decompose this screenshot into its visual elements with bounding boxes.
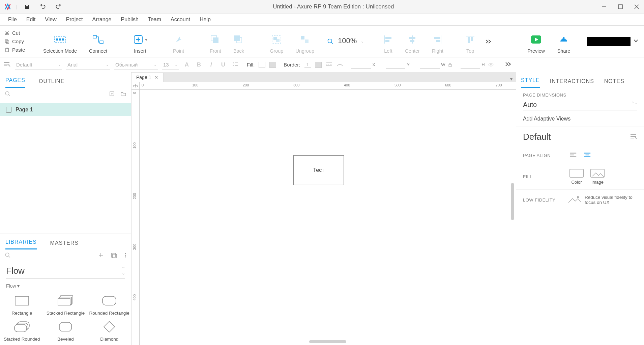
tab-dropdown-icon[interactable]: ▾ xyxy=(507,76,516,82)
align-left-option[interactable] xyxy=(569,152,577,159)
add-folder-icon[interactable] xyxy=(120,91,126,98)
weight-selector[interactable]: Обычный⌄ xyxy=(114,60,158,70)
preview-button[interactable]: Preview xyxy=(521,26,551,57)
tab-libraries[interactable]: LIBRARIES xyxy=(5,239,37,249)
ruler-vertical[interactable]: 0 100 200 300 400 xyxy=(131,90,140,345)
font-selector[interactable]: Arial⌄ xyxy=(66,60,110,70)
menu-edit[interactable]: Edit xyxy=(22,15,40,25)
group-button[interactable]: Group xyxy=(264,26,289,57)
style-selector[interactable]: Default⌄ xyxy=(15,60,62,70)
insert-button[interactable]: ▾ Insert xyxy=(127,26,153,57)
add-adaptive-views-link[interactable]: Add Adaptive Views xyxy=(523,116,570,122)
paste-button[interactable]: Paste xyxy=(0,46,37,54)
w-field[interactable]: W xyxy=(420,61,452,69)
minimize-button[interactable] xyxy=(601,3,608,10)
tab-style[interactable]: STYLE xyxy=(521,77,540,88)
bold-button[interactable]: B xyxy=(195,61,203,68)
border-width-value[interactable]: 1 xyxy=(304,62,311,68)
zoom-caret-icon[interactable]: ⌄ xyxy=(361,39,364,44)
front-button[interactable]: Front xyxy=(204,26,227,57)
undo-icon[interactable] xyxy=(38,2,47,11)
align-center-option[interactable] xyxy=(584,152,591,159)
italic-button[interactable]: I xyxy=(207,61,215,68)
account-badge[interactable] xyxy=(587,37,631,46)
shape-rounded-rectangle[interactable]: Rounded Rectangle xyxy=(89,294,130,316)
page-item[interactable]: Page 1 xyxy=(0,103,131,116)
connect-button[interactable]: Connect xyxy=(83,26,113,57)
shape-diamond[interactable]: Diamond xyxy=(89,320,130,342)
size-selector[interactable]: 13⌄ xyxy=(162,60,179,70)
close-tab-icon[interactable]: ✕ xyxy=(154,75,158,80)
cut-button[interactable]: Cut xyxy=(0,29,37,37)
canvas-body[interactable]: 0 100 200 300 400 500 600 700 0 100 200 … xyxy=(131,82,516,345)
tab-interactions[interactable]: INTERACTIONS xyxy=(550,78,594,88)
library-group[interactable]: Flow ▾ xyxy=(0,281,131,291)
ungroup-button[interactable]: Ungroup xyxy=(289,26,320,57)
visibility-icon[interactable] xyxy=(488,63,494,67)
underline-button[interactable]: U xyxy=(219,61,227,68)
ruler-horizontal[interactable]: 0 100 200 300 400 500 600 700 xyxy=(140,82,516,90)
vertical-scrollbar[interactable] xyxy=(511,183,514,220)
zoom-value[interactable]: 100% xyxy=(336,36,359,46)
search-icon[interactable] xyxy=(5,252,91,259)
close-button[interactable] xyxy=(633,3,640,10)
library-menu-icon[interactable] xyxy=(124,253,126,259)
maximize-button[interactable] xyxy=(617,3,624,10)
fill-color-swatch[interactable] xyxy=(259,62,265,68)
menu-help[interactable]: Help xyxy=(196,15,215,25)
y-field[interactable]: Y xyxy=(386,61,412,69)
align-center-button[interactable]: Center xyxy=(399,26,426,57)
low-fidelity-button[interactable] xyxy=(566,194,578,205)
menu-account[interactable]: Account xyxy=(167,15,194,25)
redo-icon[interactable] xyxy=(54,2,63,11)
canvas-inner[interactable]: Тест xyxy=(140,90,516,345)
edit-style-icon[interactable] xyxy=(630,133,637,140)
menu-project[interactable]: Project xyxy=(62,15,87,25)
menu-file[interactable]: File xyxy=(4,15,21,25)
menu-team[interactable]: Team xyxy=(144,15,165,25)
border-style-button[interactable] xyxy=(326,62,332,68)
shape-stacked-rectangle[interactable]: Stacked Rectangle xyxy=(45,294,86,316)
add-library-icon[interactable] xyxy=(98,253,104,259)
lock-icon[interactable] xyxy=(448,62,452,67)
fmtbar-more-button[interactable] xyxy=(504,60,512,69)
tab-outline[interactable]: OUTLINE xyxy=(39,78,64,88)
align-top-button[interactable]: Top xyxy=(460,26,481,57)
text-color-button[interactable]: A xyxy=(183,61,191,68)
page-dimensions-selector[interactable]: Auto⌃⌄ xyxy=(523,101,637,110)
tab-masters[interactable]: MASTERS xyxy=(50,240,79,249)
canvas-widget-rectangle[interactable]: Тест xyxy=(293,155,344,185)
tab-notes[interactable]: NOTES xyxy=(604,78,624,88)
search-icon[interactable] xyxy=(5,91,104,98)
point-button[interactable]: Point xyxy=(167,26,190,57)
library-selector[interactable]: Flow⌃⌄ xyxy=(0,262,131,281)
ribbon-more-button[interactable] xyxy=(481,26,495,57)
add-page-icon[interactable] xyxy=(109,91,115,98)
account-caret-icon[interactable] xyxy=(633,38,639,45)
bullets-button[interactable] xyxy=(231,61,239,68)
zoom-control[interactable]: 100% ⌄ xyxy=(327,26,364,57)
save-icon[interactable] xyxy=(23,2,32,11)
align-left-button[interactable]: Left xyxy=(377,26,399,57)
align-right-button[interactable]: Right xyxy=(426,26,449,57)
ruler-corner[interactable] xyxy=(131,82,140,90)
border-color-swatch[interactable] xyxy=(315,62,322,68)
fill-opacity-swatch[interactable] xyxy=(269,62,276,68)
share-button[interactable]: Share xyxy=(551,26,577,57)
copy-button[interactable]: Copy xyxy=(0,37,37,46)
border-ends-button[interactable] xyxy=(336,62,343,68)
tab-pages[interactable]: PAGES xyxy=(5,77,25,88)
h-field[interactable]: H xyxy=(461,61,494,69)
menu-arrange[interactable]: Arrange xyxy=(88,15,116,25)
fill-color-option[interactable]: Color xyxy=(569,169,584,185)
style-edit-icon[interactable] xyxy=(3,61,11,68)
horizontal-scrollbar[interactable] xyxy=(309,340,346,343)
shape-beveled[interactable]: Beveled xyxy=(45,320,86,342)
shape-stacked-rounded[interactable]: Stacked Rounded xyxy=(1,320,42,342)
menu-publish[interactable]: Publish xyxy=(117,15,142,25)
fill-image-option[interactable]: Image xyxy=(590,169,605,185)
shape-rectangle[interactable]: Rectangle xyxy=(1,294,42,316)
menu-view[interactable]: View xyxy=(41,15,60,25)
x-field[interactable]: X xyxy=(351,61,378,69)
library-browse-icon[interactable] xyxy=(111,253,117,259)
